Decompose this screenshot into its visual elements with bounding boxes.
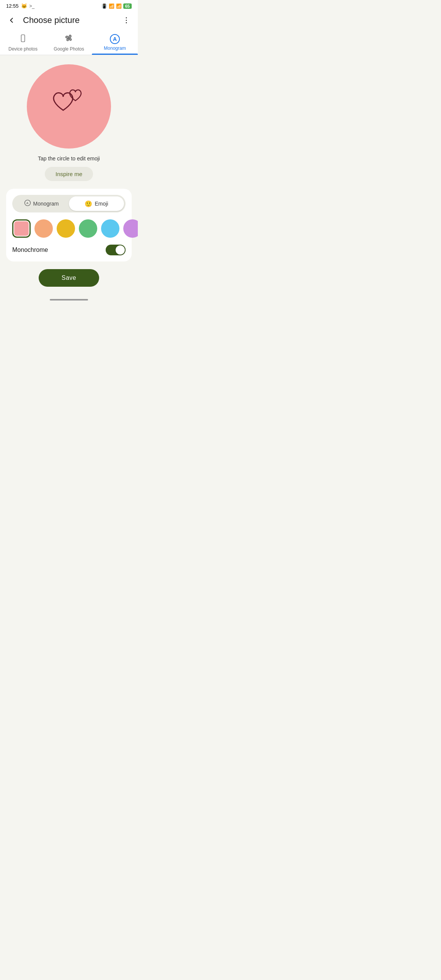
tab-device-photos-label: Device photos — [8, 46, 38, 52]
toggle-monogram[interactable]: A Monogram — [14, 196, 69, 211]
mode-toggle: A Monogram 🙂 Emoji — [12, 195, 126, 212]
monochrome-toggle[interactable] — [106, 245, 126, 255]
color-swatch-blue[interactable] — [101, 219, 119, 238]
battery-level: 65 — [125, 4, 130, 8]
home-bar — [50, 299, 88, 301]
more-button[interactable] — [119, 13, 133, 27]
tab-bar: Device photos Google Photos A Monogram — [0, 30, 138, 55]
color-swatch-orange[interactable] — [34, 219, 53, 238]
pinwheel-icon — [65, 34, 73, 45]
phone-icon — [19, 34, 27, 45]
color-swatch-pink[interactable] — [12, 219, 31, 238]
tab-google-photos[interactable]: Google Photos — [46, 30, 92, 55]
monogram-tab-icon: A — [110, 34, 120, 44]
svg-rect-3 — [21, 35, 24, 42]
tab-google-photos-label: Google Photos — [54, 46, 84, 52]
emoji-icon: 🙂 — [85, 200, 92, 207]
toggle-emoji-label: Emoji — [95, 201, 108, 207]
monogram-icon: A — [24, 199, 31, 208]
color-swatches — [12, 219, 126, 238]
monochrome-row: Monochrome — [12, 245, 126, 255]
toggle-emoji[interactable]: 🙂 Emoji — [69, 196, 124, 211]
svg-point-2 — [126, 22, 127, 23]
tap-hint: Tap the circle to edit emoji — [38, 155, 100, 162]
status-time: 12:55 🐱 >_ — [6, 3, 34, 9]
toggle-monogram-label: Monogram — [33, 201, 59, 207]
save-button[interactable]: Save — [39, 269, 99, 287]
svg-text:A: A — [26, 201, 28, 205]
tab-monogram[interactable]: A Monogram — [92, 30, 138, 55]
time-display: 12:55 — [6, 3, 19, 9]
status-icons: 📳 📶 📶 65 — [101, 3, 132, 9]
battery-icon: 65 — [123, 3, 132, 9]
color-swatch-yellow[interactable] — [57, 219, 75, 238]
options-card: A Monogram 🙂 Emoji Monochrome — [6, 189, 132, 261]
status-bar: 12:55 🐱 >_ 📳 📶 📶 65 — [0, 0, 138, 10]
cat-icon: 🐱 — [21, 3, 27, 9]
back-button[interactable] — [5, 13, 18, 27]
svg-point-0 — [126, 17, 127, 18]
svg-point-1 — [126, 20, 127, 21]
toggle-knob — [116, 245, 125, 255]
signal-icon: 📶 — [116, 3, 122, 9]
terminal-icon: >_ — [29, 3, 35, 9]
avatar-circle[interactable] — [27, 64, 111, 149]
tab-monogram-label: Monogram — [104, 46, 126, 51]
tab-device-photos[interactable]: Device photos — [0, 30, 46, 55]
color-swatch-purple[interactable] — [123, 219, 138, 238]
vibrate-icon: 📳 — [101, 3, 107, 9]
main-content: Tap the circle to edit emoji Inspire me … — [0, 55, 138, 294]
inspire-me-button[interactable]: Inspire me — [45, 167, 93, 181]
wifi-icon: 📶 — [109, 3, 114, 9]
monochrome-label: Monochrome — [12, 247, 48, 253]
color-swatch-green[interactable] — [79, 219, 97, 238]
top-bar: Choose picture — [0, 10, 138, 30]
page-title: Choose picture — [23, 15, 115, 25]
home-indicator — [0, 294, 138, 304]
